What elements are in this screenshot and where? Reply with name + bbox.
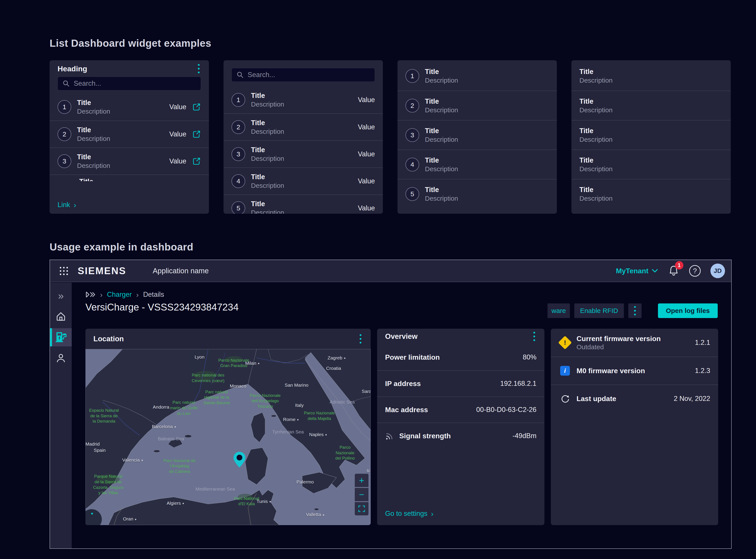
external-link-icon[interactable]	[192, 103, 201, 111]
search-input[interactable]	[247, 71, 370, 79]
overview-row-label: Power limitation	[385, 353, 440, 361]
item-title: Title	[425, 68, 458, 76]
app-switcher-icon[interactable]	[60, 267, 68, 275]
overview-row-value: 192.168.2.1	[500, 380, 537, 387]
fullscreen-icon	[358, 506, 365, 512]
map-geography	[86, 349, 371, 525]
list-item[interactable]: 4 Title Description	[398, 150, 557, 179]
section-title-widgets: List Dashboard widget examples	[50, 37, 211, 49]
status-row-label: Last update	[576, 395, 616, 403]
status-row: Last update 2 Nov, 2022	[551, 384, 718, 412]
status-rows: ! Current firmware version Outdated 1.2.…	[551, 329, 718, 412]
map[interactable]: LyonParco Nazionale Gran ParadisoMilanZa…	[86, 349, 371, 525]
item-number-badge: 4	[405, 158, 419, 172]
list-item[interactable]: Title Description	[571, 91, 731, 120]
app-header: SIEMENS Application name MyTenant 1 ? JD	[50, 260, 731, 282]
sidebar-expand-button[interactable]: »	[50, 287, 72, 305]
item-description: Description	[580, 106, 613, 114]
notifications-button[interactable]: 1	[668, 264, 680, 277]
overview-row: Signal strength -49dBm	[377, 423, 544, 449]
item-title: Title	[251, 146, 284, 154]
firmware-status-card: ! Current firmware version Outdated 1.2.…	[551, 329, 718, 525]
external-link-icon[interactable]	[192, 130, 201, 139]
widget-footer-link[interactable]: Link›	[57, 201, 76, 209]
sidebar-item-home[interactable]	[50, 307, 72, 326]
kebab-menu-icon[interactable]	[532, 331, 537, 342]
item-value: Value	[358, 177, 375, 185]
open-log-files-button[interactable]: Open log files	[658, 304, 718, 318]
ev-charger-icon	[55, 332, 67, 343]
kebab-menu-icon[interactable]	[196, 63, 201, 75]
item-number-badge: 2	[232, 120, 245, 134]
search-field[interactable]	[232, 68, 375, 82]
item-description: Description	[580, 165, 613, 173]
list-item[interactable]: 1 Title Description Value	[223, 86, 383, 113]
kebab-menu-icon[interactable]	[358, 333, 363, 345]
list-item[interactable]: 3 Title Description Value	[223, 140, 383, 167]
zoom-out-button[interactable]: −	[355, 488, 369, 501]
breadcrumb-link-charger[interactable]: Charger	[107, 291, 132, 298]
notification-badge: 1	[675, 261, 683, 270]
item-title: Title	[77, 99, 110, 107]
list-item[interactable]: Title Description	[571, 179, 731, 208]
tenant-selector[interactable]: MyTenant	[616, 267, 658, 275]
list-item[interactable]: 3 Title Description Value	[50, 148, 209, 175]
item-description: Description	[251, 209, 284, 214]
status-row-value: 1.2.3	[695, 367, 710, 375]
zoom-in-button[interactable]: +	[355, 474, 369, 487]
widget-list: Title Description Title Description Titl…	[571, 61, 731, 208]
overview-row-value: 80%	[523, 353, 537, 361]
item-number-badge: 1	[57, 100, 71, 114]
list-item[interactable]: 3 Title Description	[398, 120, 557, 150]
clipped-firmware-button[interactable]: ware	[547, 304, 570, 318]
chevron-right-icon: ›	[431, 510, 433, 517]
overview-row-value: -49dBm	[512, 432, 537, 440]
map-controls: + −	[355, 474, 369, 515]
info-icon: i	[560, 366, 570, 376]
list-item[interactable]: Title Description	[571, 120, 731, 150]
fullscreen-button[interactable]	[355, 502, 369, 515]
sidebar-item-user[interactable]	[50, 349, 72, 367]
item-value: Value	[358, 150, 375, 158]
item-description: Description	[425, 165, 458, 173]
item-number-badge: 3	[232, 147, 245, 161]
breadcrumb-root-icon[interactable]	[86, 291, 96, 298]
list-item[interactable]: 5 Title Description	[398, 179, 557, 208]
overview-row: Mac address 00-B0-D0-63-C2-26	[377, 397, 544, 423]
item-title: Title	[425, 127, 458, 135]
item-description: Description	[251, 100, 284, 108]
external-link-icon[interactable]	[192, 157, 201, 166]
item-title: Title	[580, 97, 613, 106]
item-description: Description	[425, 106, 458, 114]
status-row-value: 1.2.1	[695, 339, 710, 346]
list-item[interactable]: Title Description	[571, 150, 731, 179]
list-item[interactable]: 2 Title Description Value	[223, 113, 383, 140]
list-item[interactable]: 1 Title Description Value	[50, 93, 209, 120]
sidebar-item-charger[interactable]	[50, 328, 72, 346]
user-avatar[interactable]: JD	[710, 264, 725, 278]
search-input[interactable]	[74, 80, 196, 88]
item-number-badge: 5	[232, 201, 245, 214]
item-title: Title	[251, 119, 284, 127]
search-icon	[63, 80, 70, 87]
list-item[interactable]: 5 Title Description Value	[223, 195, 383, 214]
widget-card-plain-list: Title Description Title Description Titl…	[571, 60, 731, 214]
item-number-badge: 3	[405, 128, 419, 142]
search-icon	[237, 71, 244, 79]
list-item[interactable]: Title Description	[571, 61, 731, 91]
widget-list: 1 Title Description Value 2 Title Descri…	[223, 86, 383, 214]
enable-rfid-button[interactable]: Enable RFID	[574, 304, 624, 318]
help-button[interactable]: ?	[689, 265, 701, 276]
item-number-badge: 2	[405, 99, 419, 112]
item-title: Title	[251, 92, 284, 100]
status-row-value: 2 Nov, 2022	[674, 395, 710, 403]
list-item[interactable]: 1 Title Description	[398, 61, 557, 91]
search-field[interactable]	[57, 76, 201, 90]
chevron-right-icon: ›	[100, 291, 102, 298]
go-to-settings-link[interactable]: Go to settings›	[385, 510, 433, 518]
list-item[interactable]: 4 Title Description Value	[223, 167, 383, 195]
list-item[interactable]: 2 Title Description	[398, 91, 557, 120]
overview-row-value: 00-B0-D0-63-C2-26	[476, 406, 537, 414]
list-item[interactable]: 2 Title Description Value	[50, 120, 209, 148]
more-actions-button[interactable]	[628, 304, 642, 318]
